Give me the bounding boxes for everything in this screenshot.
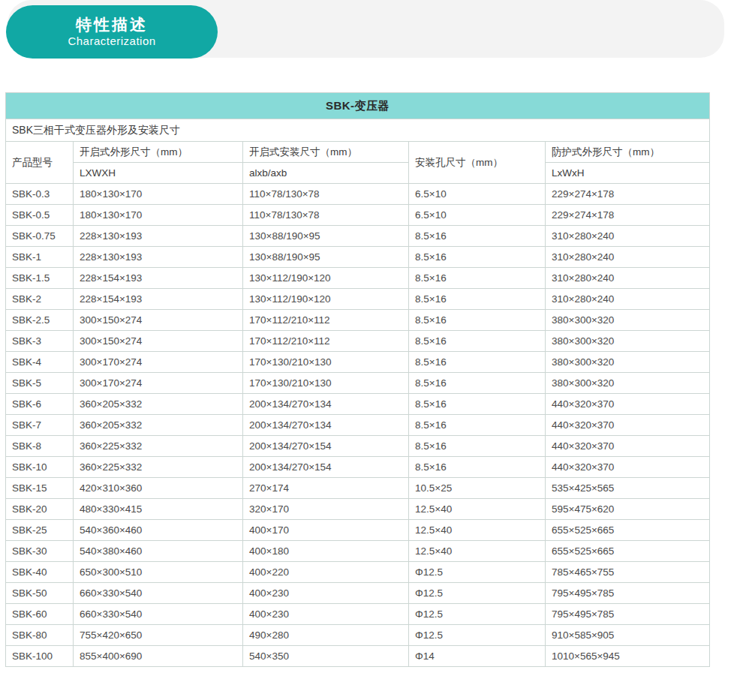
table-cell: SBK-4 [6, 352, 74, 373]
table-cell: 420×310×360 [74, 478, 243, 499]
table-cell: 310×280×240 [546, 289, 710, 310]
table-cell: 130×112/190×120 [243, 268, 409, 289]
table-row: SBK-3300×150×274170×112/210×1128.5×16380… [6, 331, 710, 352]
table-cell: 229×274×178 [546, 184, 710, 205]
table-cell: Φ12.5 [409, 604, 546, 625]
table-cell: 12.5×40 [409, 541, 546, 562]
table-cell: 180×130×170 [74, 184, 243, 205]
table-row: SBK-2228×154×193130×112/190×1208.5×16310… [6, 289, 710, 310]
page: 特性描述 Characterization SBK-变压器 SBK三相干式变压器… [0, 0, 743, 700]
table-cell: SBK-1 [6, 247, 74, 268]
table-cell: 380×300×320 [546, 310, 710, 331]
table-cell: 300×150×274 [74, 331, 243, 352]
header-open-mount-sub: alxb/axb [243, 163, 409, 184]
table-cell: SBK-100 [6, 646, 74, 667]
table-cell: SBK-6 [6, 394, 74, 415]
table-cell: SBK-7 [6, 415, 74, 436]
table-cell: Φ12.5 [409, 625, 546, 646]
table-cell: 228×130×193 [74, 226, 243, 247]
table-cell: SBK-80 [6, 625, 74, 646]
table-subtitle: SBK三相干式变压器外形及安装尺寸 [6, 119, 710, 142]
table-cell: SBK-3 [6, 331, 74, 352]
table-cell: 8.5×16 [409, 457, 546, 478]
table-row: SBK-60660×330×540400×230Φ12.5795×495×785 [6, 604, 710, 625]
table-row: SBK-4300×170×274170×130/210×1308.5×16380… [6, 352, 710, 373]
table-row: SBK-10360×225×332200×134/270×1548.5×1644… [6, 457, 710, 478]
table-cell: 655×525×665 [546, 520, 710, 541]
table-cell: SBK-8 [6, 436, 74, 457]
table-cell: 300×170×274 [74, 373, 243, 394]
header-open-outline-sub: LXWXH [74, 163, 243, 184]
table-cell: 755×420×650 [74, 625, 243, 646]
table-cell: 795×495×785 [546, 604, 710, 625]
table-cell: 200×134/270×154 [243, 457, 409, 478]
table-cell: 6.5×10 [409, 205, 546, 226]
table-cell: 228×154×193 [74, 268, 243, 289]
table-cell: 440×320×370 [546, 394, 710, 415]
table-cell: 6.5×10 [409, 184, 546, 205]
table-header-row-1: 产品型号 开启式外形尺寸（mm） 开启式安装尺寸（mm） 安装孔尺寸（mm） 防… [6, 142, 710, 163]
table-cell: 310×280×240 [546, 268, 710, 289]
table-cell: 10.5×25 [409, 478, 546, 499]
table-cell: 440×320×370 [546, 436, 710, 457]
table-cell: 8.5×16 [409, 268, 546, 289]
table-row: SBK-50660×330×540400×230Φ12.5795×495×785 [6, 583, 710, 604]
header-open-mount: 开启式安装尺寸（mm） [243, 142, 409, 163]
table-cell: 310×280×240 [546, 226, 710, 247]
table-cell: 8.5×16 [409, 247, 546, 268]
table-cell: SBK-2 [6, 289, 74, 310]
table-cell: 8.5×16 [409, 226, 546, 247]
table-cell: 228×154×193 [74, 289, 243, 310]
table-cell: Φ14 [409, 646, 546, 667]
table-row: SBK-0.3180×130×170110×78/130×786.5×10229… [6, 184, 710, 205]
table-cell: 785×465×755 [546, 562, 710, 583]
table-cell: 380×300×320 [546, 373, 710, 394]
table-row: SBK-2.5300×150×274170×112/210×1128.5×163… [6, 310, 710, 331]
table-cell: 110×78/130×78 [243, 205, 409, 226]
table-cell: 400×220 [243, 562, 409, 583]
table-cell: SBK-30 [6, 541, 74, 562]
table-row: SBK-1228×130×193130×88/190×958.5×16310×2… [6, 247, 710, 268]
table-cell: 655×525×665 [546, 541, 710, 562]
table-cell: 8.5×16 [409, 352, 546, 373]
table-body: SBK-0.3180×130×170110×78/130×786.5×10229… [6, 184, 710, 667]
table-row: SBK-0.75228×130×193130×88/190×958.5×1631… [6, 226, 710, 247]
table-cell: SBK-50 [6, 583, 74, 604]
table-cell: 170×112/210×112 [243, 331, 409, 352]
table-row: SBK-40650×300×510400×220Φ12.5785×465×755 [6, 562, 710, 583]
table-cell: 535×425×565 [546, 478, 710, 499]
table-cell: 650×300×510 [74, 562, 243, 583]
header-protect-outline: 防护式外形尺寸（mm） [546, 142, 710, 163]
table-cell: 360×205×332 [74, 394, 243, 415]
table-cell: 480×330×415 [74, 499, 243, 520]
table-cell: 400×230 [243, 583, 409, 604]
table-cell: 380×300×320 [546, 331, 710, 352]
badge-subtitle: Characterization [68, 35, 155, 48]
table-cell: 540×360×460 [74, 520, 243, 541]
table-cell: 130×88/190×95 [243, 247, 409, 268]
table-row: SBK-30540×380×460400×18012.5×40655×525×6… [6, 541, 710, 562]
table-cell: 660×330×540 [74, 583, 243, 604]
table-row: SBK-20480×330×415320×17012.5×40595×475×6… [6, 499, 710, 520]
table-cell: 490×280 [243, 625, 409, 646]
table-cell: SBK-60 [6, 604, 74, 625]
table-row: SBK-0.5180×130×170110×78/130×786.5×10229… [6, 205, 710, 226]
table-cell: Φ12.5 [409, 562, 546, 583]
characterization-badge: 特性描述 Characterization [6, 5, 218, 59]
table-row: SBK-8360×225×332200×134/270×1548.5×16440… [6, 436, 710, 457]
table-row: SBK-15420×310×360270×17410.5×25535×425×5… [6, 478, 710, 499]
table-subtitle-row: SBK三相干式变压器外形及安装尺寸 [6, 119, 710, 142]
table-cell: 320×170 [243, 499, 409, 520]
table-cell: 12.5×40 [409, 499, 546, 520]
table-cell: 1010×565×945 [546, 646, 710, 667]
table-cell: 400×170 [243, 520, 409, 541]
table-cell: 200×134/270×154 [243, 436, 409, 457]
table-row: SBK-100855×400×690540×350Φ141010×565×945 [6, 646, 710, 667]
table-cell: 200×134/270×134 [243, 394, 409, 415]
table-cell: SBK-0.3 [6, 184, 74, 205]
table-cell: 310×280×240 [546, 247, 710, 268]
table-row: SBK-5300×170×274170×130/210×1308.5×16380… [6, 373, 710, 394]
header-model: 产品型号 [6, 142, 74, 184]
table-cell: 360×225×332 [74, 436, 243, 457]
table-cell: 270×174 [243, 478, 409, 499]
